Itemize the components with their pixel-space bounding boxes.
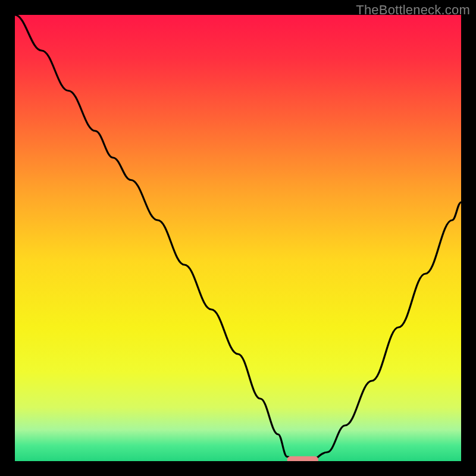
chart-svg [15, 15, 461, 461]
chart-frame: TheBottleneck.com [0, 0, 476, 476]
plot-area [15, 15, 461, 461]
optimal-range-marker [287, 456, 319, 461]
gradient-background [15, 15, 461, 461]
watermark-text: TheBottleneck.com [356, 2, 470, 18]
